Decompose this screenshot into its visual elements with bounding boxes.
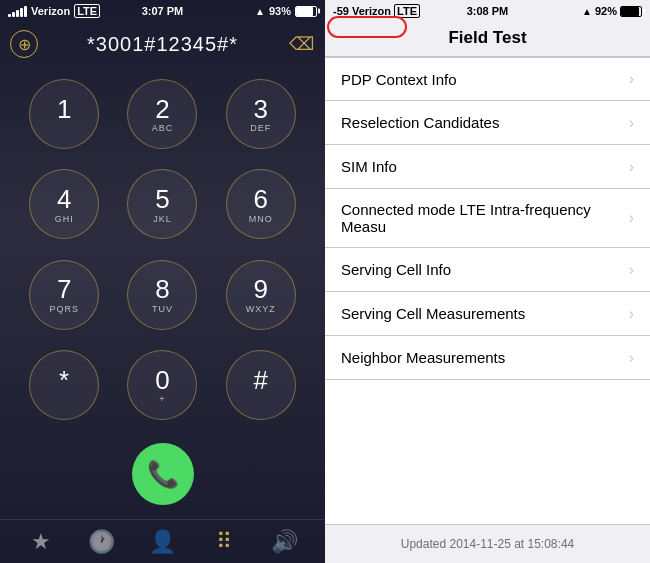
- battery-info-left: ▲ 93%: [255, 5, 317, 17]
- menu-list: PDP Context Info›Reselection Candidates›…: [325, 57, 650, 524]
- battery-pct-right: 92%: [595, 5, 617, 17]
- key-sub-4: JKL: [153, 214, 172, 224]
- key-main-11: #: [254, 366, 268, 395]
- nav-item-voicemail[interactable]: 🔊: [265, 522, 305, 562]
- menu-item-3[interactable]: Connected mode LTE Intra-frequency Measu…: [325, 189, 650, 248]
- phone-icon: 📞: [147, 459, 179, 490]
- add-icon: ⊕: [18, 35, 31, 54]
- menu-item-1[interactable]: Reselection Candidates›: [325, 101, 650, 145]
- contacts-icon: 👤: [149, 529, 176, 555]
- key-sub-5: MNO: [249, 214, 273, 224]
- key-button-#[interactable]: #: [226, 350, 296, 420]
- chevron-icon-0: ›: [629, 70, 634, 88]
- signal-dbm: -59: [333, 5, 349, 17]
- menu-label-3: Connected mode LTE Intra-frequency Measu: [341, 201, 621, 235]
- key-sub-6: PQRS: [49, 304, 79, 314]
- key-main-1: 2: [155, 95, 169, 124]
- menu-label-6: Neighbor Measurements: [341, 349, 621, 366]
- carrier-info-left: Verizon LTE: [8, 4, 100, 18]
- menu-item-4[interactable]: Serving Cell Info›: [325, 248, 650, 292]
- recents-icon: 🕐: [88, 529, 115, 555]
- menu-label-4: Serving Cell Info: [341, 261, 621, 278]
- key-main-10: 0: [155, 366, 169, 395]
- menu-label-1: Reselection Candidates: [341, 114, 621, 131]
- chevron-icon-6: ›: [629, 349, 634, 367]
- key-main-6: 7: [57, 275, 71, 304]
- dialed-number: *3001#12345#*: [44, 33, 281, 56]
- key-button-1[interactable]: 1: [29, 79, 99, 149]
- key-button-2[interactable]: 2ABC: [127, 79, 197, 149]
- signal-bars-left: [8, 6, 27, 17]
- carrier-name-right: Verizon: [352, 5, 391, 17]
- key-button-5[interactable]: 5JKL: [127, 169, 197, 239]
- field-test-header: Field Test: [325, 22, 650, 57]
- key-button-8[interactable]: 8TUV: [127, 260, 197, 330]
- status-bar-left: Verizon LTE 3:07 PM ▲ 93%: [0, 0, 325, 22]
- location-icon-left: ▲: [255, 6, 265, 17]
- carrier-info-right: -59 Verizon LTE: [333, 4, 420, 18]
- key-main-4: 5: [155, 185, 169, 214]
- key-button-6[interactable]: 6MNO: [226, 169, 296, 239]
- key-button-0[interactable]: 0+: [127, 350, 197, 420]
- key-button-7[interactable]: 7PQRS: [29, 260, 99, 330]
- key-main-0: 1: [57, 95, 71, 124]
- time-right: 3:08 PM: [467, 5, 509, 17]
- location-icon-right: ▲: [582, 6, 592, 17]
- nav-item-favorites[interactable]: ★: [21, 522, 61, 562]
- key-main-5: 6: [254, 185, 268, 214]
- nav-item-recents[interactable]: 🕐: [82, 522, 122, 562]
- menu-item-0[interactable]: PDP Context Info›: [325, 57, 650, 101]
- menu-item-6[interactable]: Neighbor Measurements›: [325, 336, 650, 380]
- time-left: 3:07 PM: [142, 5, 184, 17]
- signal-bar-5: [24, 6, 27, 17]
- key-main-9: *: [59, 366, 69, 395]
- carrier-name-left: Verizon: [31, 5, 70, 17]
- key-sub-8: WXYZ: [246, 304, 276, 314]
- chevron-icon-3: ›: [629, 209, 634, 227]
- favorites-icon: ★: [31, 529, 51, 555]
- signal-bar-3: [16, 10, 19, 17]
- signal-bar-2: [12, 12, 15, 17]
- nav-item-keypad[interactable]: ⠿: [204, 522, 244, 562]
- menu-item-5[interactable]: Serving Cell Measurements›: [325, 292, 650, 336]
- network-type-right: LTE: [394, 4, 420, 18]
- battery-fill-left: [296, 7, 313, 16]
- key-button-9[interactable]: 9WXYZ: [226, 260, 296, 330]
- clear-icon: ⌫: [289, 33, 314, 55]
- call-button[interactable]: 📞: [132, 443, 194, 505]
- key-sub-1: ABC: [152, 123, 174, 133]
- chevron-icon-4: ›: [629, 261, 634, 279]
- add-contact-button[interactable]: ⊕: [10, 30, 38, 58]
- status-bar-right-inner: -59 Verizon LTE 3:08 PM ▲ 92%: [333, 4, 642, 18]
- key-sub-2: DEF: [250, 123, 271, 133]
- key-button-*[interactable]: *: [29, 350, 99, 420]
- dial-field: ⊕ *3001#12345#* ⌫: [0, 22, 325, 66]
- battery-info-right: ▲ 92%: [582, 5, 642, 17]
- signal-bar-4: [20, 8, 23, 17]
- keypad-grid: 12ABC3DEF4GHI5JKL6MNO7PQRS8TUV9WXYZ*0+#: [0, 66, 325, 433]
- menu-label-2: SIM Info: [341, 158, 621, 175]
- chevron-icon-5: ›: [629, 305, 634, 323]
- battery-icon-left: [295, 6, 317, 17]
- keypad-icon: ⠿: [216, 529, 232, 555]
- menu-label-5: Serving Cell Measurements: [341, 305, 621, 322]
- nav-item-contacts[interactable]: 👤: [143, 522, 183, 562]
- battery-pct-left: 93%: [269, 5, 291, 17]
- chevron-icon-2: ›: [629, 158, 634, 176]
- voicemail-icon: 🔊: [271, 529, 298, 555]
- key-main-3: 4: [57, 185, 71, 214]
- bottom-nav: ★🕐👤⠿🔊: [0, 519, 325, 563]
- key-button-4[interactable]: 4GHI: [29, 169, 99, 239]
- key-sub-10: +: [159, 394, 165, 404]
- field-test-panel: -59 Verizon LTE 3:08 PM ▲ 92% Field Test…: [325, 0, 650, 563]
- key-main-2: 3: [254, 95, 268, 124]
- key-button-3[interactable]: 3DEF: [226, 79, 296, 149]
- status-bar-right: -59 Verizon LTE 3:08 PM ▲ 92%: [325, 0, 650, 22]
- menu-item-2[interactable]: SIM Info›: [325, 145, 650, 189]
- clear-button[interactable]: ⌫: [287, 30, 315, 58]
- key-sub-7: TUV: [152, 304, 173, 314]
- key-main-8: 9: [254, 275, 268, 304]
- battery-icon-right: [620, 6, 642, 17]
- key-main-7: 8: [155, 275, 169, 304]
- chevron-icon-1: ›: [629, 114, 634, 132]
